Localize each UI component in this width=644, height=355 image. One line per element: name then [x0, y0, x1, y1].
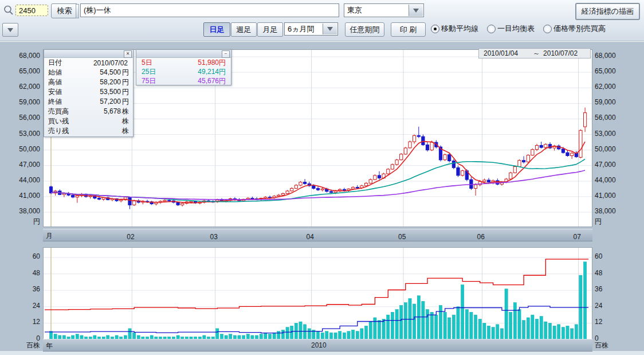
chevron-down-icon[interactable]: [409, 5, 423, 16]
toolbar-collapse-button[interactable]: [2, 23, 18, 37]
volume-axis-unit-left: 百株: [0, 341, 40, 350]
volume-axis-unit-right: 百株: [595, 341, 608, 350]
panel-titlebar[interactable]: ✕: [44, 50, 133, 58]
overlay-radio-group: 移動平均線 一目均衡表 価格帯別売買高: [431, 24, 606, 34]
volume-axis-tick-left: 48: [0, 269, 40, 277]
drag-grip: [76, 4, 79, 18]
price-axis-tick-left: 44,000: [0, 176, 40, 184]
volume-axis-tick-left: 60: [0, 252, 40, 260]
month-tick-label: 03: [210, 233, 218, 241]
price-axis-tick-left: 65,000: [0, 67, 40, 75]
price-axis-tick-left: 41,000: [0, 192, 40, 200]
month-axis-band: 月 020304050607: [43, 229, 592, 241]
info-row-high: 高値58,200円: [44, 77, 133, 87]
volume-axis-tick-right: 12: [595, 318, 602, 326]
radio-ichimoku[interactable]: 一目均衡表: [487, 24, 535, 34]
info-row-low: 安値53,500円: [44, 87, 133, 97]
price-axis-tick-left: 62,000: [0, 83, 40, 91]
price-axis-tick-left: 47,000: [0, 161, 40, 169]
stock-chart-app: 2450 検索 (株)一休 東京 経済指標の描画 日足 週足 月足 6ヵ月間 任…: [0, 0, 644, 355]
info-row-volume: 売買高5,678株: [44, 107, 133, 116]
close-icon[interactable]: ✕: [124, 50, 132, 58]
exchange-value: 東京: [347, 5, 362, 15]
range-select[interactable]: 6ヵ月間: [284, 22, 338, 36]
price-axis-tick-left: 56,000: [0, 114, 40, 122]
volume-axis-tick-left: 36: [0, 285, 40, 293]
custom-period-button[interactable]: 任意期間: [345, 22, 384, 37]
volume-bar-chart[interactable]: [44, 248, 592, 340]
info-row-open: 始値54,500円: [44, 68, 133, 77]
info-row-date: 日付2010/07/02: [44, 58, 133, 68]
search-button[interactable]: 検索: [51, 3, 78, 18]
ohlc-info-panel[interactable]: ✕ 日付2010/07/02 始値54,500円 高値58,200円 安値53,…: [44, 49, 133, 137]
radio-icon: [487, 25, 496, 33]
month-axis-title: 月: [46, 231, 53, 241]
volume-axis-tick-right: 36: [595, 285, 602, 293]
volume-axis-tick-left: 12: [0, 318, 40, 326]
radio-volume-by-price[interactable]: 価格帯別売買高: [543, 24, 606, 34]
ma-legend-panel[interactable]: − 5日51,980円 25日49,214円 75日45,676円: [136, 49, 231, 85]
price-axis-tick-right: 59,000: [595, 98, 616, 106]
year-axis-band: 年 2010: [43, 339, 592, 352]
price-axis-tick-right: 41,000: [595, 192, 616, 200]
volume-plot[interactable]: [43, 247, 592, 340]
price-axis-tick-right: 65,000: [595, 67, 616, 75]
volume-axis-tick-right: 60: [595, 252, 602, 260]
radio-label: 移動平均線: [441, 24, 478, 34]
price-axis-tick-left: 68,000: [0, 52, 40, 60]
price-axis-unit-left: 円: [0, 217, 40, 227]
month-tick-label: 02: [127, 233, 134, 241]
radio-label: 価格帯別売買高: [553, 24, 606, 34]
date-range-box: 2010/01/04 ～ 2010/07/02: [478, 48, 591, 58]
year-label: 2010: [311, 341, 327, 349]
tab-monthly[interactable]: 月足: [257, 22, 283, 37]
month-tick-label: 04: [307, 233, 314, 241]
radio-icon: [431, 25, 439, 33]
ma-legend-5day: 5日51,980円: [136, 58, 231, 67]
ma-legend-75day: 75日45,676円: [136, 76, 231, 85]
info-row-margin-buy: 買い残株: [44, 116, 133, 126]
price-axis-tick-left: 59,000: [0, 98, 40, 106]
price-axis-tick-right: 68,000: [595, 52, 616, 60]
chevron-down-icon[interactable]: [323, 24, 337, 34]
price-axis-tick-left: 53,000: [0, 130, 40, 138]
date-range-separator: ～: [533, 49, 540, 58]
year-axis-title: 年: [46, 341, 53, 351]
price-axis-unit-right: 円: [595, 217, 602, 227]
exchange-select[interactable]: 東京: [344, 3, 424, 17]
volume-axis-tick-right: 48: [595, 269, 602, 277]
price-axis-tick-left: 50,000: [0, 145, 40, 153]
price-axis-tick-right: 44,000: [595, 176, 616, 184]
panel-titlebar[interactable]: −: [136, 50, 231, 58]
radio-icon: [543, 25, 552, 33]
month-tick-label: 06: [477, 233, 485, 241]
toolbar: 2450 検索 (株)一休 東京 経済指標の描画 日足 週足 月足 6ヵ月間 任…: [0, 0, 644, 41]
range-value: 6ヵ月間: [288, 24, 315, 34]
search-icon: [3, 5, 14, 16]
info-row-close: 終値57,200円: [44, 97, 133, 107]
month-tick-label: 07: [574, 233, 581, 241]
tab-weekly[interactable]: 週足: [231, 22, 257, 37]
radio-label: 一目均衡表: [497, 24, 535, 34]
price-axis-tick-left: 38,000: [0, 207, 40, 215]
minimize-icon[interactable]: −: [222, 50, 230, 58]
date-from: 2010/01/04: [484, 49, 518, 57]
date-to: 2010/07/02: [543, 49, 578, 57]
price-axis-tick-right: 38,000: [595, 207, 616, 215]
radio-moving-average[interactable]: 移動平均線: [431, 24, 478, 34]
price-axis-tick-right: 56,000: [595, 114, 616, 122]
company-name-input[interactable]: (株)一休: [80, 3, 339, 17]
volume-axis-tick-left: 24: [0, 302, 40, 310]
info-row-margin-sell: 売り残株: [44, 126, 133, 136]
price-axis-tick-right: 47,000: [595, 161, 616, 169]
stock-code-input[interactable]: 2450: [15, 5, 48, 16]
price-axis-tick-right: 53,000: [595, 130, 616, 138]
print-button[interactable]: 印 刷: [391, 22, 426, 37]
economic-indicator-button[interactable]: 経済指標の描画: [575, 3, 640, 20]
volume-axis-tick-right: 24: [595, 302, 602, 310]
price-axis-tick-right: 62,000: [595, 83, 616, 91]
month-tick-label: 05: [398, 233, 406, 241]
chart-area: 月 020304050607 年 2010 2010/01/04 ～ 2010/…: [0, 41, 644, 351]
price-axis-tick-right: 50,000: [595, 145, 616, 153]
tab-daily[interactable]: 日足: [203, 22, 230, 37]
